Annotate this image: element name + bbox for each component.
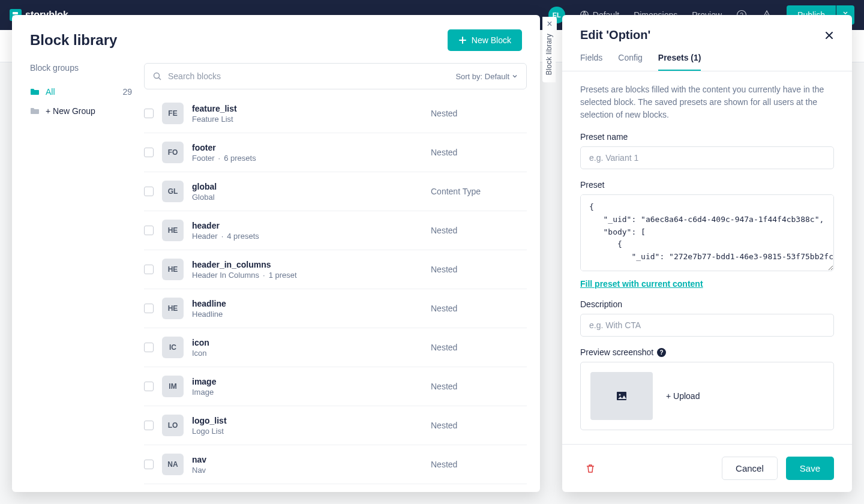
block-subtitle: Header·4 presets <box>192 232 422 241</box>
group-count: 29 <box>122 87 132 97</box>
block-type: Nested <box>431 148 527 157</box>
block-subtitle: Nav <box>192 466 422 475</box>
block-subtitle: Feature List <box>192 115 422 124</box>
block-abbr-badge: HE <box>162 298 184 319</box>
block-abbr-badge: FE <box>162 103 184 124</box>
close-panel-button[interactable] <box>824 31 834 40</box>
svg-point-7 <box>154 73 160 78</box>
upload-area[interactable]: + Upload <box>580 362 834 430</box>
block-row[interactable]: HEheader_in_columnsHeader In Columns·1 p… <box>144 250 527 289</box>
edit-panel: Edit 'Option' Fields Config Presets (1) … <box>562 15 852 492</box>
description-input[interactable] <box>580 314 834 337</box>
block-row[interactable]: NAnavNavNested <box>144 445 527 484</box>
block-info: headlineHeadline <box>192 299 422 319</box>
block-row[interactable]: HEheadlineHeadlineNested <box>144 289 527 328</box>
fill-preset-link[interactable]: Fill preset with current content <box>580 279 703 289</box>
row-checkbox[interactable] <box>144 148 154 157</box>
close-icon <box>824 31 834 40</box>
new-group-button[interactable]: + New Group <box>30 101 132 121</box>
block-subtitle: Global <box>192 193 422 202</box>
search-icon <box>153 72 162 81</box>
block-type: Nested <box>431 109 527 118</box>
upload-thumbnail <box>590 372 653 420</box>
row-checkbox[interactable] <box>144 304 154 313</box>
block-info: logo_listLogo List <box>192 416 422 436</box>
block-name: headline <box>192 299 422 308</box>
row-checkbox[interactable] <box>144 421 154 430</box>
row-checkbox[interactable] <box>144 460 154 469</box>
block-info: feature_listFeature List <box>192 104 422 124</box>
library-side-tab[interactable]: Block library <box>542 26 556 82</box>
new-block-button[interactable]: New Block <box>448 29 522 51</box>
block-abbr-badge: FO <box>162 142 184 163</box>
block-info: header_in_columnsHeader In Columns·1 pre… <box>192 260 422 280</box>
block-info: headerHeader·4 presets <box>192 221 422 241</box>
row-checkbox[interactable] <box>144 226 154 235</box>
block-abbr-badge: HE <box>162 220 184 241</box>
new-group-label: + New Group <box>46 106 95 116</box>
search-bar: Sort by: Default <box>144 63 527 89</box>
group-all[interactable]: All 29 <box>30 82 132 101</box>
block-abbr-badge: GL <box>162 181 184 202</box>
library-title: Block library <box>30 32 117 49</box>
library-sidebar: Block groups All 29 + New Group <box>12 63 144 492</box>
block-type: Nested <box>431 421 527 430</box>
block-name: header <box>192 221 422 230</box>
block-name: icon <box>192 338 422 347</box>
block-type: Nested <box>431 304 527 313</box>
tab-config[interactable]: Config <box>618 53 642 71</box>
block-type: Nested <box>431 343 527 352</box>
tab-presets[interactable]: Presets (1) <box>658 53 701 71</box>
cancel-button[interactable]: Cancel <box>722 457 778 480</box>
preset-label: Preset <box>580 180 834 190</box>
block-subtitle: Footer·6 presets <box>192 154 422 163</box>
block-row[interactable]: HEheaderHeader·4 presetsNested <box>144 211 527 250</box>
block-name: image <box>192 377 422 386</box>
block-row[interactable]: IMimageImageNested <box>144 367 527 406</box>
block-row[interactable]: FEfeature_listFeature ListNested <box>144 94 527 133</box>
block-abbr-badge: NA <box>162 454 184 475</box>
block-subtitle: Icon <box>192 349 422 358</box>
block-abbr-badge: IM <box>162 376 184 397</box>
plus-icon <box>458 36 467 44</box>
block-abbr-badge: HE <box>162 259 184 280</box>
block-type: Nested <box>431 460 527 469</box>
block-row[interactable]: FOfooterFooter·6 presetsNested <box>144 133 527 172</box>
tab-fields[interactable]: Fields <box>580 53 602 71</box>
save-button[interactable]: Save <box>786 457 834 480</box>
block-subtitle: Logo List <box>192 427 422 436</box>
preset-textarea[interactable] <box>580 194 834 271</box>
block-name: footer <box>192 143 422 152</box>
row-checkbox[interactable] <box>144 187 154 196</box>
preset-name-input[interactable] <box>580 146 834 169</box>
block-type: Nested <box>431 226 527 235</box>
block-row[interactable]: LOlogo_listLogo ListNested <box>144 406 527 445</box>
block-row[interactable]: ICiconIconNested <box>144 328 527 367</box>
help-icon[interactable]: ? <box>657 348 666 357</box>
sort-selector[interactable]: Sort by: Default <box>455 72 518 81</box>
row-checkbox[interactable] <box>144 382 154 391</box>
search-input[interactable] <box>168 71 455 81</box>
preview-label: Preview screenshot ? <box>580 347 834 357</box>
row-checkbox[interactable] <box>144 109 154 118</box>
delete-button[interactable] <box>580 458 601 479</box>
row-checkbox[interactable] <box>144 343 154 352</box>
trash-icon <box>585 463 596 474</box>
block-info: iconIcon <box>192 338 422 358</box>
panel-tabs: Fields Config Presets (1) <box>562 48 852 71</box>
block-info: footerFooter·6 presets <box>192 143 422 163</box>
block-type: Nested <box>431 382 527 391</box>
image-icon <box>616 390 628 402</box>
block-type: Nested <box>431 265 527 274</box>
block-subtitle: Image <box>192 388 422 397</box>
folder-icon <box>30 106 40 116</box>
new-block-label: New Block <box>472 35 511 45</box>
upload-label: + Upload <box>666 391 700 401</box>
row-checkbox[interactable] <box>144 265 154 274</box>
block-subtitle: Header In Columns·1 preset <box>192 271 422 280</box>
group-label: All <box>46 87 55 97</box>
block-row[interactable]: GLglobalGlobalContent Type <box>144 172 527 211</box>
block-subtitle: Headline <box>192 310 422 319</box>
presets-help-text: Presets are blocks filled with the conte… <box>580 83 834 121</box>
folder-icon <box>30 87 40 97</box>
